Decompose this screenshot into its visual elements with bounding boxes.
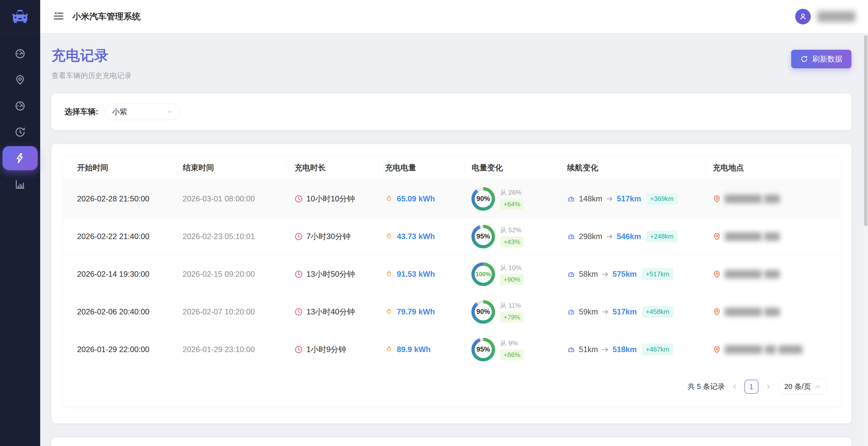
battery-percent: 100% — [475, 266, 492, 283]
arrow-right-icon — [601, 270, 609, 278]
cell-location — [706, 270, 840, 279]
cell-start-time: 2026-02-22 21:40:00 — [63, 232, 176, 241]
page-title: 充电记录 — [52, 46, 132, 65]
cell-end-time: 2026-02-23 05:10:01 — [176, 232, 288, 241]
battery-ring: 100% — [471, 262, 495, 286]
battery-delta-badge: +90% — [500, 274, 524, 285]
cell-duration: 13小时40分钟 — [288, 307, 378, 317]
sidebar-item-charging-records[interactable] — [2, 146, 38, 170]
clock-icon — [294, 345, 303, 354]
arrow-right-icon — [601, 346, 609, 353]
app-title: 小米汽车管理系统 — [72, 11, 141, 22]
battery-from-label: 从 26% — [500, 188, 524, 197]
cell-end-time: 2026-02-07 10:20:00 — [176, 307, 288, 316]
sidebar-nav — [0, 33, 40, 446]
sidebar-item-vehicle-status[interactable] — [2, 94, 38, 118]
user-avatar[interactable] — [795, 9, 811, 24]
table-row[interactable]: 2026-02-22 21:40:00 2026-02-23 05:10:01 … — [63, 218, 840, 255]
sidebar-item-history[interactable] — [2, 120, 38, 144]
flame-icon — [385, 232, 393, 241]
cell-duration: 7小时30分钟 — [288, 231, 378, 242]
clock-history-icon — [14, 126, 26, 138]
table-row[interactable]: 2026-02-28 21:50:00 2026-03-01 08:00:00 … — [63, 180, 840, 218]
lightning-icon — [14, 153, 26, 164]
vehicle-select[interactable]: 小紫 — [105, 103, 180, 120]
page-size-select[interactable]: 20 条/页 — [778, 379, 827, 395]
vehicle-filter-card: 选择车辆: 小紫 — [52, 93, 851, 130]
cell-energy: 43.73 kWh — [378, 232, 465, 241]
clock-icon — [294, 308, 303, 316]
cell-end-time: 2026-02-15 09:20:00 — [176, 270, 288, 279]
username-redacted — [817, 11, 856, 22]
col-header-end-time: 结束时间 — [176, 161, 288, 174]
main-content: 充电记录 查看车辆的历史充电记录 刷新数据 选择车辆: 小紫 — [40, 33, 868, 446]
battery-percent: 90% — [475, 190, 492, 208]
cell-energy: 89.9 kWh — [378, 345, 465, 354]
table-row[interactable]: 2026-01-29 22:00:00 2026-01-29 23:10:00 … — [63, 330, 840, 368]
car-logo-icon — [8, 5, 32, 28]
cell-energy: 65.09 kWh — [378, 194, 465, 203]
cell-battery-change: 100% 从 10% +90% — [465, 262, 560, 286]
col-header-duration: 充电时长 — [288, 161, 378, 174]
pagination-bar: 共 5 条记录 1 20 条/页 — [63, 368, 840, 406]
sidebar-item-location[interactable] — [2, 68, 38, 92]
sidebar-item-statistics[interactable] — [2, 172, 38, 196]
range-gauge-icon — [567, 345, 576, 354]
location-pin-icon — [713, 270, 721, 279]
page-subtitle: 查看车辆的历史充电记录 — [52, 71, 132, 81]
cell-battery-change: 95% 从 9% +86% — [465, 338, 560, 361]
range-to-value: 517km — [617, 194, 641, 203]
page-number-button[interactable]: 1 — [744, 380, 758, 394]
cell-range-change: 58km 575km +517km — [560, 268, 706, 280]
sidebar-item-dashboard[interactable] — [2, 42, 38, 66]
speedometer-icon — [14, 100, 26, 112]
table-row[interactable]: 2026-02-14 19:30:00 2026-02-15 09:20:00 … — [63, 255, 840, 293]
arrow-right-icon — [601, 308, 609, 316]
charging-records-card: 开始时间 结束时间 充电时长 充电电量 电量变化 续航变化 充电地点 2026-… — [52, 144, 851, 423]
cell-start-time: 2026-02-06 20:40:00 — [63, 307, 176, 316]
charging-location-redacted — [724, 232, 780, 241]
user-icon — [799, 12, 807, 21]
next-section-card-partial — [52, 438, 851, 446]
table-row[interactable]: 2026-02-06 20:40:00 2026-02-07 10:20:00 … — [63, 293, 840, 330]
range-from-value: 58km — [579, 270, 598, 279]
battery-ring: 90% — [471, 300, 495, 324]
battery-from-label: 从 9% — [500, 339, 524, 348]
menu-fold-icon[interactable] — [53, 10, 64, 23]
cell-duration: 13小时50分钟 — [288, 269, 378, 280]
cell-duration: 1小时9分钟 — [288, 344, 378, 355]
cell-location — [706, 345, 840, 354]
prev-page-icon[interactable] — [731, 383, 738, 390]
cell-start-time: 2026-02-14 19:30:00 — [63, 270, 176, 279]
col-header-start-time: 开始时间 — [63, 161, 176, 174]
battery-delta-badge: +79% — [500, 312, 524, 323]
col-header-energy: 充电电量 — [378, 161, 465, 174]
refresh-icon — [800, 55, 808, 63]
cell-start-time: 2026-01-29 22:00:00 — [63, 345, 176, 354]
col-header-location: 充电地点 — [706, 161, 840, 174]
battery-ring: 90% — [471, 187, 495, 211]
range-delta-badge: +458km — [642, 306, 673, 318]
cell-energy: 91.53 kWh — [378, 270, 465, 279]
refresh-data-button[interactable]: 刷新数据 — [791, 50, 851, 68]
charging-location-redacted — [724, 308, 780, 316]
battery-percent: 90% — [475, 304, 492, 320]
location-pin-icon — [713, 232, 721, 241]
vehicle-filter-label: 选择车辆: — [65, 106, 98, 117]
refresh-button-label: 刷新数据 — [812, 54, 842, 64]
battery-ring: 95% — [471, 225, 495, 248]
range-from-value: 59km — [579, 307, 598, 316]
next-page-icon[interactable] — [765, 383, 772, 390]
page-size-value: 20 条/页 — [784, 382, 811, 392]
flame-icon — [385, 308, 393, 316]
scrollbar-thumb[interactable] — [864, 35, 868, 226]
range-to-value: 575km — [613, 270, 637, 279]
pagination-total-label: 共 5 条记录 — [687, 382, 724, 392]
arrow-right-icon — [606, 195, 613, 203]
clock-icon — [294, 232, 303, 241]
range-from-value: 148km — [579, 194, 602, 203]
range-delta-badge: +467km — [642, 344, 673, 355]
bar-chart-icon — [14, 179, 26, 190]
range-to-value: 546km — [617, 232, 641, 241]
page-scrollbar[interactable] — [864, 33, 868, 446]
